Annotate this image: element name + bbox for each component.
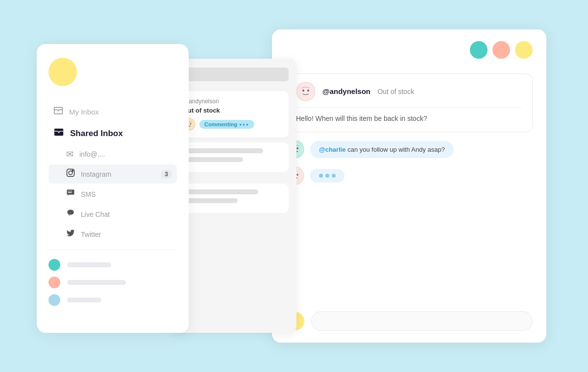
chat-status: Out of stock xyxy=(377,88,414,95)
sidebar-item-my-inbox[interactable]: My Inbox xyxy=(49,102,177,122)
sidebar-item-label: info@.... xyxy=(79,150,105,158)
shared-inbox-icon xyxy=(53,127,64,140)
svg-point-13 xyxy=(190,123,191,124)
right-panel: @andynelson Out of stock Hello! When wil… xyxy=(272,29,546,343)
mid-header-bar xyxy=(177,68,289,81)
sidebar-item-sms[interactable]: SMS xyxy=(49,185,177,204)
svg-point-14 xyxy=(296,82,315,101)
sidebar-item-label: SMS xyxy=(81,190,96,198)
typing-bubble xyxy=(310,169,344,183)
sms-icon xyxy=(66,188,75,200)
mention-text: can you follow up with Andy asap? xyxy=(347,146,445,153)
chat-user-info: @andynelson Out of stock xyxy=(322,87,414,96)
sidebar-item-label: Live Chat xyxy=(81,210,110,218)
chat-message: Hello! When will this item be back in st… xyxy=(296,114,522,124)
twitter-icon xyxy=(66,229,75,240)
typing-row xyxy=(286,166,533,185)
sidebar-item-label: My Inbox xyxy=(69,108,99,116)
mid-list-placeholder-2 xyxy=(177,184,289,213)
agent-dot-3 xyxy=(49,294,60,306)
sidebar-item-info-email[interactable]: ✉ info@.... xyxy=(49,145,177,163)
mention-bubble: @charlie can you follow up with Andy asa… xyxy=(310,141,454,158)
agent-bar-3 xyxy=(67,298,101,302)
sidebar-item-label: Instagram xyxy=(81,170,111,178)
chat-user-avatar xyxy=(296,82,316,101)
svg-rect-9 xyxy=(68,192,72,193)
chat-bubble-header: @andynelson Out of stock xyxy=(296,82,522,108)
svg-point-4 xyxy=(72,170,73,171)
sidebar-item-shared-inbox[interactable]: Shared Inbox xyxy=(49,123,177,144)
agent-row-3 xyxy=(49,291,177,309)
agent-dot-1 xyxy=(49,259,60,271)
sidebar-item-twitter[interactable]: Twitter xyxy=(49,225,177,244)
sidebar-item-label: Shared Inbox xyxy=(70,129,123,139)
live-chat-icon xyxy=(66,209,75,220)
email-icon: ✉ xyxy=(66,149,74,160)
commenting-badge: Commenting ●●● xyxy=(199,120,254,129)
scene: My Inbox Shared Inbox ✉ info@.... xyxy=(37,29,551,343)
svg-rect-6 xyxy=(68,191,69,192)
typing-dot-2 xyxy=(325,174,329,178)
agent-bar-2 xyxy=(67,280,126,285)
agent-row-1 xyxy=(49,256,177,274)
agent-dot-2 xyxy=(49,277,60,288)
mention-row: @charlie can you follow up with Andy asa… xyxy=(286,140,533,159)
sidebar-item-live-chat[interactable]: Live Chat xyxy=(49,205,177,224)
typing-dot-1 xyxy=(319,174,323,178)
sidebar-item-instagram[interactable]: Instagram 3 xyxy=(49,164,177,184)
left-panel: My Inbox Shared Inbox ✉ info@.... xyxy=(37,44,189,333)
mid-conversation-item[interactable]: @andynelson Out of stock Commenting ●●● xyxy=(177,91,289,138)
right-top-icons xyxy=(286,41,533,59)
svg-point-22 xyxy=(296,174,298,176)
agent-row-2 xyxy=(49,274,177,291)
mention-name: @charlie xyxy=(319,146,346,153)
chat-bubble-user: @andynelson Out of stock Hello! When wil… xyxy=(286,73,533,132)
svg-point-3 xyxy=(69,171,73,175)
chat-username: @andynelson xyxy=(322,87,370,95)
mid-username: @andynelson xyxy=(183,98,283,105)
agent-bar-1 xyxy=(67,262,111,267)
mid-list-placeholder-1 xyxy=(177,142,289,172)
top-circle-teal xyxy=(470,41,488,59)
svg-point-19 xyxy=(296,147,298,149)
badge-dots: ●●● xyxy=(239,122,249,127)
svg-rect-8 xyxy=(71,191,72,192)
instagram-badge: 3 xyxy=(161,170,172,179)
input-row xyxy=(286,311,533,331)
mid-footer: Commenting ●●● xyxy=(183,118,283,131)
svg-point-16 xyxy=(307,90,309,92)
inbox-icon xyxy=(53,106,63,118)
mid-subject: Out of stock xyxy=(183,107,283,114)
logo-circle xyxy=(49,58,77,86)
svg-point-10 xyxy=(67,209,74,215)
typing-dot-3 xyxy=(332,174,336,178)
svg-rect-7 xyxy=(70,191,71,192)
divider xyxy=(49,250,177,250)
svg-point-15 xyxy=(302,90,304,92)
sidebar-item-label: Twitter xyxy=(81,231,101,238)
top-circle-yellow xyxy=(515,41,533,59)
message-input[interactable] xyxy=(311,311,533,331)
instagram-icon xyxy=(66,168,75,180)
top-circle-peach xyxy=(492,41,510,59)
